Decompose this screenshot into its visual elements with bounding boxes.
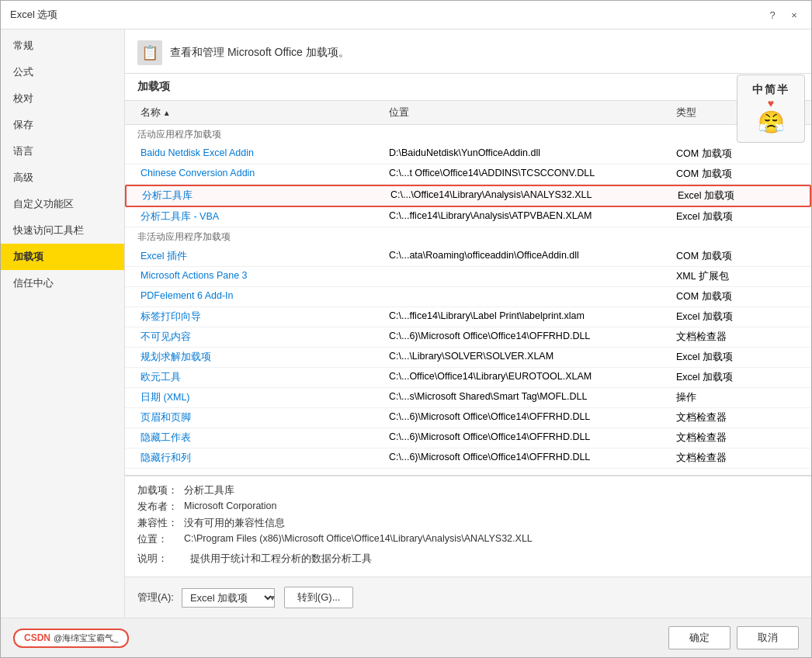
- header-icon-glyph: 📋: [141, 44, 158, 61]
- cell-name-hidden-content: 不可见内容: [137, 330, 386, 345]
- cell-type-analysis-vba: Excel 加载项: [673, 210, 799, 224]
- cell-type-header-footer: 文档检查器: [673, 410, 799, 425]
- sidebar-item-trust-center[interactable]: 信任中心: [1, 270, 124, 296]
- csdn-sub: @海绵宝宝霸气_: [54, 632, 118, 644]
- detail-publisher-label: 发布者：: [137, 500, 184, 514]
- ok-button[interactable]: 确定: [668, 626, 730, 649]
- cell-location-hidden-sheet: C:\...6)\Microsoft Office\Office14\OFFRH…: [386, 431, 673, 445]
- corner-badge-text: 中简半: [752, 83, 789, 97]
- main-content: 📋 查看和管理 Microsoft Office 加载项。 中简半 ♥ 😤 加载…: [125, 29, 811, 618]
- footer-bar: 管理(A): Excel 加载项 ▼ 转到(G)...: [125, 577, 811, 618]
- detail-compat-value: 没有可用的兼容性信息: [184, 517, 285, 530]
- table-row-baidu[interactable]: Baidu Netdisk Excel AddinD:\BaiduNetdisk…: [125, 144, 811, 164]
- detail-desc-value: 提供用于统计和工程分析的数据分析工具: [190, 552, 372, 566]
- cell-type-hidden-rows: 文档检查器: [673, 451, 799, 466]
- goto-button[interactable]: 转到(G)...: [284, 587, 354, 608]
- sidebar-item-customize-ribbon[interactable]: 自定义功能区: [1, 191, 124, 217]
- detail-desc-label: 说明：: [137, 552, 184, 566]
- table-row-label-print[interactable]: 标签打印向导C:\...ffice14\Library\Label Print\…: [125, 307, 811, 327]
- cell-name-analysis: 分析工具库: [139, 189, 387, 203]
- detail-addin-label: 加载项：: [137, 484, 184, 497]
- group-header-active: 活动应用程序加载项: [125, 125, 811, 144]
- table-row-actions-pane[interactable]: Microsoft Actions Pane 3XML 扩展包: [125, 267, 811, 287]
- cell-location-date-xml: C:\...s\Microsoft Shared\Smart Tag\MOFL.…: [386, 390, 673, 405]
- cell-location-euro-tool: C:\...Office\Office14\Library\EUROTOOL.X…: [386, 370, 673, 385]
- table-row-excel-plugin[interactable]: Excel 插件C:\...ata\Roaming\officeaddin\Of…: [125, 247, 811, 267]
- group-header-inactive: 非活动应用程序加载项: [125, 227, 811, 247]
- cell-location-pdf-element: [386, 289, 673, 304]
- table-row-analysis-vba[interactable]: 分析工具库 - VBAC:\...ffice14\Library\Analysi…: [125, 207, 811, 227]
- cell-type-chinese: COM 加载项: [673, 167, 799, 182]
- cell-name-baidu: Baidu Netdisk Excel Addin: [137, 147, 386, 161]
- cell-name-pdf-element: PDFelement 6 Add-In: [137, 289, 386, 304]
- close-button[interactable]: ×: [786, 7, 802, 23]
- cell-type-actions-pane: XML 扩展包: [673, 269, 799, 284]
- cell-location-header-footer: C:\...6)\Microsoft Office\Office14\OFFRH…: [386, 410, 673, 425]
- footer-manage-label: 管理(A):: [137, 590, 174, 604]
- sidebar-item-proofing[interactable]: 校对: [1, 85, 124, 112]
- col-name: 名称: [137, 104, 386, 121]
- table-row-solver[interactable]: 规划求解加载项C:\...\Library\SOLVER\SOLVER.XLAM…: [125, 348, 811, 368]
- table-row-analysis[interactable]: 分析工具库C:\...\Office14\Library\Analysis\AN…: [125, 185, 811, 207]
- table-header: 名称 位置 类型: [125, 101, 811, 125]
- csdn-watermark: CSDN@海绵宝宝霸气_: [13, 629, 129, 648]
- cell-name-euro-tool: 欧元工具: [137, 370, 386, 385]
- addins-section-label: 加载项: [125, 74, 811, 101]
- cell-type-euro-tool: Excel 加载项: [673, 370, 799, 385]
- main-header: 📋 查看和管理 Microsoft Office 加载项。: [125, 29, 811, 74]
- table-row-hidden-rows[interactable]: 隐藏行和列C:\...6)\Microsoft Office\Office14\…: [125, 448, 811, 469]
- sidebar-item-quick-access[interactable]: 快速访问工具栏: [1, 217, 124, 244]
- sidebar: 常规公式校对保存语言高级自定义功能区快速访问工具栏加载项信任中心: [1, 29, 125, 618]
- addins-table-body[interactable]: 活动应用程序加载项Baidu Netdisk Excel AddinD:\Bai…: [125, 125, 811, 476]
- cell-name-chinese: Chinese Conversion Addin: [137, 167, 386, 182]
- cell-type-hidden-content: 文档检查器: [673, 330, 799, 345]
- cell-type-excel-plugin: COM 加载项: [673, 249, 799, 264]
- cell-name-solver: 规划求解加载项: [137, 350, 386, 365]
- excel-options-dialog: Excel 选项 ? × 常规公式校对保存语言高级自定义功能区快速访问工具栏加载…: [0, 0, 812, 658]
- header-title: 查看和管理 Microsoft Office 加载项。: [170, 46, 349, 60]
- sidebar-item-advanced[interactable]: 高级: [1, 164, 124, 191]
- table-row-euro-tool[interactable]: 欧元工具C:\...Office\Office14\Library\EUROTO…: [125, 368, 811, 388]
- detail-addin-value: 分析工具库: [184, 484, 234, 497]
- corner-badge-heart: ♥: [768, 97, 774, 109]
- sidebar-item-language[interactable]: 语言: [1, 138, 124, 164]
- detail-section: 加载项： 分析工具库 发布者： Microsoft Corporation 兼容…: [125, 476, 811, 577]
- cell-location-analysis-vba: C:\...ffice14\Library\Analysis\ATPVBAEN.…: [386, 210, 673, 224]
- cell-name-header-footer: 页眉和页脚: [137, 410, 386, 425]
- table-row-header-footer[interactable]: 页眉和页脚C:\...6)\Microsoft Office\Office14\…: [125, 408, 811, 428]
- cell-name-actions-pane: Microsoft Actions Pane 3: [137, 269, 386, 284]
- header-icon: 📋: [137, 40, 162, 65]
- csdn-text: CSDN: [24, 632, 50, 643]
- cell-location-baidu: D:\BaiduNetdisk\YunOfficeAddin.dll: [386, 147, 673, 161]
- dialog-body: 常规公式校对保存语言高级自定义功能区快速访问工具栏加载项信任中心 📋 查看和管理…: [1, 29, 811, 618]
- cell-name-hidden-rows: 隐藏行和列: [137, 451, 386, 466]
- table-row-hidden-sheet[interactable]: 隐藏工作表C:\...6)\Microsoft Office\Office14\…: [125, 428, 811, 448]
- cell-location-solver: C:\...\Library\SOLVER\SOLVER.XLAM: [386, 350, 673, 365]
- cell-type-baidu: COM 加载项: [673, 147, 799, 161]
- cell-type-label-print: Excel 加载项: [673, 310, 799, 324]
- title-bar: Excel 选项 ? ×: [1, 1, 811, 29]
- help-button[interactable]: ?: [765, 7, 780, 23]
- cell-location-hidden-rows: C:\...6)\Microsoft Office\Office14\OFFRH…: [386, 451, 673, 466]
- detail-publisher-row: 发布者： Microsoft Corporation: [137, 500, 799, 514]
- cell-location-excel-plugin: C:\...ata\Roaming\officeaddin\OfficeAddi…: [386, 249, 673, 264]
- table-row-hidden-content[interactable]: 不可见内容C:\...6)\Microsoft Office\Office14\…: [125, 327, 811, 348]
- detail-compat-label: 兼容性：: [137, 517, 184, 530]
- dialog-title: Excel 选项: [10, 8, 57, 22]
- sidebar-item-addins[interactable]: 加载项: [1, 244, 124, 270]
- cell-location-label-print: C:\...ffice14\Library\Label Print\labelp…: [386, 310, 673, 324]
- cell-name-excel-plugin: Excel 插件: [137, 249, 386, 264]
- table-row-date-xml[interactable]: 日期 (XML)C:\...s\Microsoft Shared\Smart T…: [125, 388, 811, 408]
- table-row-chinese[interactable]: Chinese Conversion AddinC:\...t Office\O…: [125, 164, 811, 185]
- detail-location-value: C:\Program Files (x86)\Microsoft Office\…: [184, 533, 533, 544]
- cell-location-analysis: C:\...\Office14\Library\Analysis\ANALYS3…: [387, 189, 675, 203]
- detail-publisher-value: Microsoft Corporation: [184, 500, 277, 511]
- sidebar-item-formula[interactable]: 公式: [1, 59, 124, 85]
- cancel-button[interactable]: 取消: [737, 626, 799, 649]
- cell-location-actions-pane: [386, 269, 673, 284]
- manage-select[interactable]: Excel 加载项: [182, 588, 275, 608]
- sidebar-item-general[interactable]: 常规: [1, 33, 124, 59]
- cell-location-chinese: C:\...t Office\Office14\ADDINS\TCSCCONV.…: [386, 167, 673, 182]
- table-row-pdf-element[interactable]: PDFelement 6 Add-InCOM 加载项: [125, 287, 811, 307]
- sidebar-item-save[interactable]: 保存: [1, 112, 124, 138]
